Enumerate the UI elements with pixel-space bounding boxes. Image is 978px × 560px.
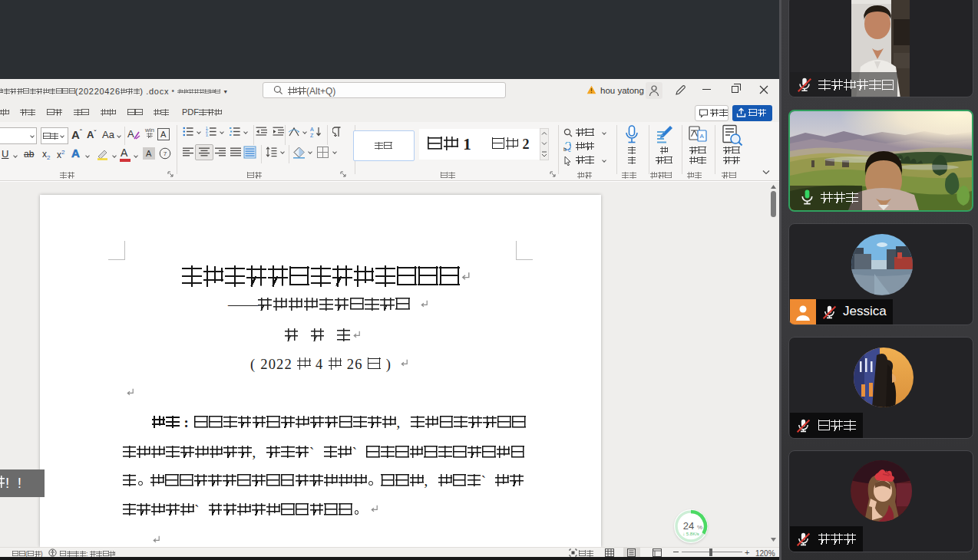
svg-text:A: A — [310, 127, 314, 132]
svg-text:A: A — [700, 133, 705, 140]
svg-text:3.: 3. — [206, 133, 209, 137]
svg-text:24: 24 — [683, 520, 694, 532]
svg-text:b: b — [563, 147, 567, 152]
svg-text:↓ 5.8K/s: ↓ 5.8K/s — [682, 532, 699, 536]
svg-text:Z: Z — [310, 133, 314, 138]
svg-text:c: c — [568, 147, 571, 152]
svg-text:%: % — [697, 524, 702, 531]
svg-text:7: 7 — [164, 150, 167, 157]
